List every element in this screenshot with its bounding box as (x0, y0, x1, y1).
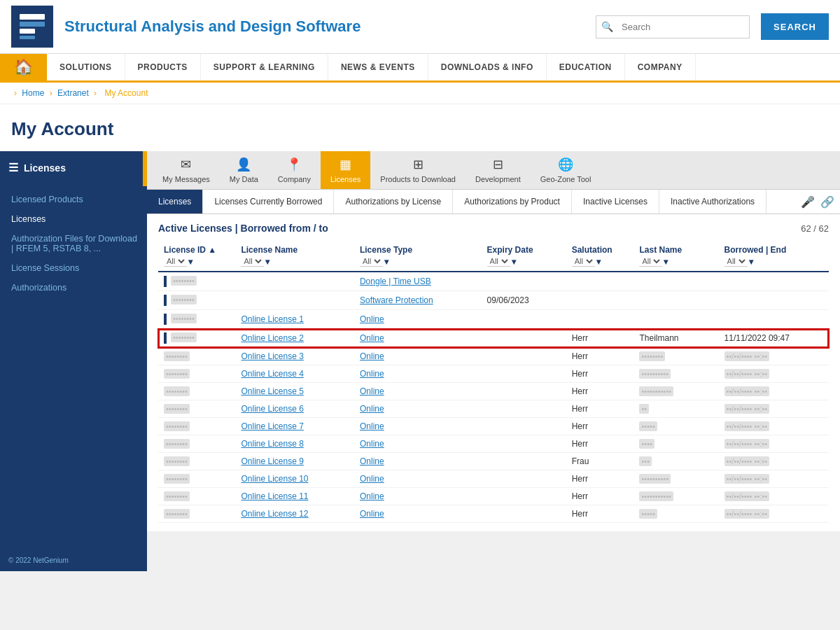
cell-expiry-date (482, 505, 566, 523)
cell-license-id: •••••••• (158, 291, 235, 310)
cell-license-id: •••••••• (158, 272, 235, 291)
tab-auth-by-product[interactable]: Authorizations by Product (453, 190, 572, 214)
license-name-link[interactable]: Online License 12 (241, 509, 308, 519)
table-row[interactable]: ••••••••Dongle | Time USB (158, 272, 829, 291)
table-row[interactable]: ••••••••Online License 3OnlineHerr••••••… (158, 348, 829, 365)
sidebar-auth-files[interactable]: Authorization Files for Download | RFEM … (0, 229, 147, 258)
license-name-link[interactable]: Online License 3 (241, 351, 303, 361)
link-icon[interactable]: 🔗 (820, 195, 834, 209)
table-row[interactable]: ••••••••Online License 2OnlineHerrTheilm… (158, 329, 829, 348)
tab-icon-development-label: Development (475, 175, 521, 183)
filter-id[interactable]: All (164, 256, 187, 267)
license-type-link[interactable]: Online (360, 456, 384, 466)
license-name-link[interactable]: Online License 7 (241, 421, 303, 431)
tab-icon-company[interactable]: 📍 Company (268, 151, 321, 189)
tab-inactive-licenses[interactable]: Inactive Licenses (572, 190, 659, 214)
license-name-link[interactable]: Online License 11 (241, 491, 308, 501)
table-row[interactable]: ••••••••Online License 4OnlineHerr••••••… (158, 365, 829, 383)
company-icon: 📍 (286, 157, 302, 172)
tab-auth-by-license[interactable]: Authorizations by License (334, 190, 453, 214)
license-type-link[interactable]: Online (360, 404, 384, 414)
license-name-link[interactable]: Online License 1 (241, 314, 303, 324)
cell-license-type: Online (354, 453, 482, 470)
sidebar-license-sessions[interactable]: License Sessions (0, 258, 147, 278)
search-button[interactable]: SEARCH (761, 13, 829, 40)
tab-licenses-borrowed[interactable]: Licenses Currently Borrowed (203, 190, 334, 214)
table-row[interactable]: ••••••••Software Protection09/06/2023 (158, 291, 829, 310)
license-name-link[interactable]: Online License 5 (241, 386, 303, 396)
license-name-link[interactable]: Online License 2 (241, 333, 303, 343)
breadcrumb-extranet[interactable]: Extranet (57, 88, 89, 98)
cell-expiry-date (482, 453, 566, 470)
nav-company[interactable]: COMPANY (625, 54, 696, 80)
table-row[interactable]: ••••••••Online License 7OnlineHerr••••••… (158, 418, 829, 435)
filter-type-chevron: ▾ (384, 257, 388, 267)
nav-downloads[interactable]: DOWNLOADS & INFO (428, 54, 547, 80)
nav-news[interactable]: NEWS & EVENTS (328, 54, 428, 80)
table-row[interactable]: ••••••••Online License 11OnlineHerr•••••… (158, 488, 829, 505)
mic-icon[interactable]: 🎤 (801, 195, 815, 209)
license-type-link[interactable]: Online (360, 369, 384, 379)
table-row[interactable]: ••••••••Online License 10OnlineHerr•••••… (158, 470, 829, 488)
main-nav: 🏠 SOLUTIONS PRODUCTS SUPPORT & LEARNING … (0, 54, 840, 83)
table-row[interactable]: ••••••••Online License 1Online (158, 310, 829, 329)
license-type-link[interactable]: Online (360, 386, 384, 396)
license-type-link[interactable]: Online (360, 351, 384, 361)
filter-id-chevron: ▾ (188, 257, 192, 267)
table-count: 62 / 62 (801, 223, 829, 234)
license-type-link[interactable]: Online (360, 509, 384, 519)
tab-licenses[interactable]: Licenses (147, 190, 203, 214)
table-row[interactable]: ••••••••Online License 5OnlineHerr••••••… (158, 383, 829, 400)
cell-expiry-date (482, 400, 566, 418)
sidebar-authorizations[interactable]: Authorizations (0, 278, 147, 298)
tab-icon-development[interactable]: ⊟ Development (465, 151, 531, 189)
tab-icon-products[interactable]: ⊞ Products to Download (370, 151, 465, 189)
sidebar-licenses[interactable]: Licenses (0, 209, 147, 229)
filter-name[interactable]: All (241, 256, 264, 267)
license-type-link[interactable]: Software Protection (360, 295, 433, 305)
license-type-link[interactable]: Online (360, 474, 384, 484)
license-name-link[interactable]: Online License 10 (241, 474, 308, 484)
license-type-link[interactable]: Online (360, 333, 384, 343)
nav-products[interactable]: PRODUCTS (125, 54, 201, 80)
filter-salutation[interactable]: All (572, 256, 595, 267)
filter-type[interactable]: All (360, 256, 383, 267)
license-name-link[interactable]: Online License 9 (241, 456, 303, 466)
table-row[interactable]: ••••••••Online License 6OnlineHerr••••/•… (158, 400, 829, 418)
search-input[interactable] (596, 15, 750, 38)
license-type-link[interactable]: Online (360, 439, 384, 449)
table-row[interactable]: ••••••••Online License 9OnlineFrau•••••/… (158, 453, 829, 470)
table-row[interactable]: ••••••••Online License 12OnlineHerr•••••… (158, 505, 829, 523)
tab-icon-products-label: Products to Download (380, 175, 456, 183)
tab-inactive-auth[interactable]: Inactive Authorizations (659, 190, 766, 214)
cell-expiry-date (482, 418, 566, 435)
sidebar-licensed-products[interactable]: Licensed Products (0, 190, 147, 209)
nav-education[interactable]: EDUCATION (547, 54, 625, 80)
tab-icon-geozone-label: Geo-Zone Tool (540, 175, 592, 183)
license-name-link[interactable]: Online License 4 (241, 369, 303, 379)
nav-home[interactable]: 🏠 (0, 54, 47, 80)
tab-icon-licenses[interactable]: ▦ Licenses (321, 151, 370, 189)
sidebar-header: ☰ Licenses (0, 151, 147, 184)
table-row[interactable]: ••••••••Online License 8OnlineHerr••••••… (158, 435, 829, 453)
license-type-link[interactable]: Online (360, 314, 384, 324)
filter-lastname[interactable]: All (639, 256, 662, 267)
filter-expiry[interactable]: All (487, 256, 510, 267)
cell-license-id: •••••••• (158, 329, 235, 348)
cell-borrowed-end: ••/••/•••• ••:•• (719, 435, 829, 453)
cell-lastname: ••••••••••• (634, 488, 718, 505)
license-type-link[interactable]: Online (360, 421, 384, 431)
tab-icon-geozone[interactable]: 🌐 Geo-Zone Tool (531, 151, 601, 189)
license-type-link[interactable]: Dongle | Time USB (360, 276, 431, 286)
tab-icon-mydata[interactable]: 👤 My Data (220, 151, 268, 189)
license-type-link[interactable]: Online (360, 491, 384, 501)
license-name-link[interactable]: Online License 6 (241, 404, 303, 414)
breadcrumb-home[interactable]: Home (22, 88, 44, 98)
nav-solutions[interactable]: SOLUTIONS (47, 54, 125, 80)
license-name-link[interactable]: Online License 8 (241, 439, 303, 449)
col-header-salutation: Salutation All ▾ (566, 241, 634, 272)
table-head: License ID ▲ All ▾ License Name All ▾ (158, 241, 829, 272)
tab-icon-messages[interactable]: ✉ My Messages (153, 151, 220, 189)
filter-borrowed[interactable]: All (724, 256, 748, 267)
nav-support[interactable]: SUPPORT & LEARNING (201, 54, 328, 80)
